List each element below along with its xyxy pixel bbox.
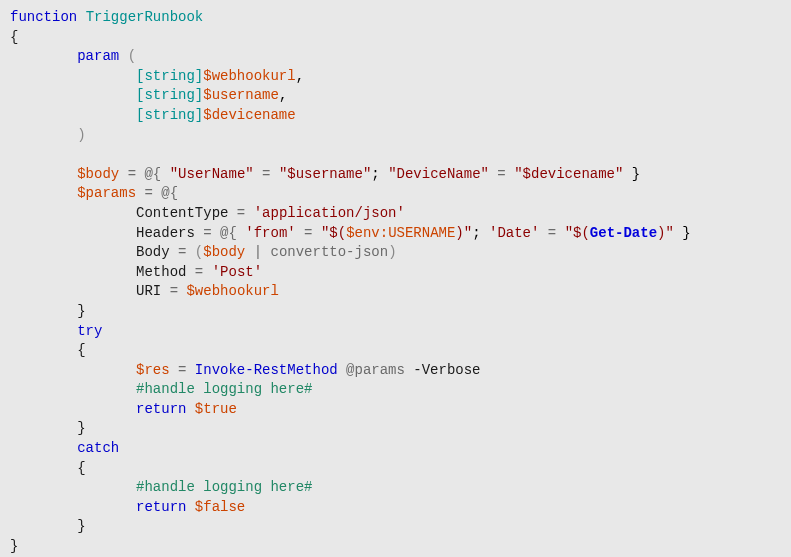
keyword-return: return: [136, 401, 186, 417]
hashtable-open: @{: [144, 166, 161, 182]
keyword-catch: catch: [77, 440, 119, 456]
paren-close: ): [388, 244, 396, 260]
brace-open: {: [77, 460, 85, 476]
brace-open: {: [10, 29, 18, 45]
key-uri: URI: [136, 283, 161, 299]
type-string: [string]: [136, 107, 203, 123]
splat-params: @params: [346, 362, 405, 378]
key-date: 'Date': [489, 225, 539, 241]
key-body: Body: [136, 244, 170, 260]
val-post: 'Post': [212, 264, 262, 280]
comma: ,: [296, 68, 304, 84]
flag-verbose: -Verbose: [405, 362, 481, 378]
val-true: $true: [195, 401, 237, 417]
equals: =: [539, 225, 564, 241]
var-env-username: $env:USERNAME: [346, 225, 455, 241]
equals: =: [254, 166, 279, 182]
val-false: $false: [195, 499, 245, 515]
code-block: function TriggerRunbook { param ( [strin…: [0, 0, 791, 557]
equals: =: [119, 166, 144, 182]
str-close: )": [455, 225, 472, 241]
function-name: TriggerRunbook: [86, 9, 204, 25]
var-webhookurl: $webhookurl: [203, 68, 295, 84]
keyword-return: return: [136, 499, 186, 515]
key-username: "UserName": [170, 166, 254, 182]
hashtable-open: @{: [161, 185, 178, 201]
brace-close: }: [623, 166, 640, 182]
brace-close: }: [674, 225, 691, 241]
key-contenttype: ContentType: [136, 205, 228, 221]
key-from: 'from': [245, 225, 295, 241]
brace-close: }: [77, 518, 85, 534]
key-headers: Headers: [136, 225, 195, 241]
equals: =: [296, 225, 321, 241]
var-devicename: $devicename: [203, 107, 295, 123]
equals: =: [170, 362, 195, 378]
comment-logging: #handle logging here#: [136, 479, 312, 495]
semicolon: ;: [371, 166, 379, 182]
key-devicename: "DeviceName": [388, 166, 489, 182]
str-open: "$(: [321, 225, 346, 241]
cmdlet-invoke-restmethod: Invoke-RestMethod: [195, 362, 338, 378]
equals: =: [186, 264, 211, 280]
cmdlet-get-date: Get-Date: [590, 225, 657, 241]
val-username: "$username": [279, 166, 371, 182]
key-method: Method: [136, 264, 186, 280]
type-string: [string]: [136, 87, 203, 103]
equals: =: [228, 205, 253, 221]
keyword-param: param: [77, 48, 119, 64]
pipe: |: [245, 244, 270, 260]
keyword-function: function: [10, 9, 77, 25]
str-close: )": [657, 225, 674, 241]
brace-open: {: [77, 342, 85, 358]
var-res: $res: [136, 362, 170, 378]
equals: =: [136, 185, 161, 201]
equals: =: [195, 225, 220, 241]
var-webhookurl: $webhookurl: [186, 283, 278, 299]
comma: ,: [279, 87, 287, 103]
val-appjson: 'application/json': [254, 205, 405, 221]
paren-open: (: [195, 244, 203, 260]
var-body: $body: [77, 166, 119, 182]
equals: =: [161, 283, 186, 299]
var-body: $body: [203, 244, 245, 260]
equals: =: [170, 244, 195, 260]
type-string: [string]: [136, 68, 203, 84]
paren-close: ): [77, 127, 85, 143]
brace-close: }: [77, 420, 85, 436]
comment-logging: #handle logging here#: [136, 381, 312, 397]
brace-close: }: [77, 303, 85, 319]
val-devicename: "$devicename": [514, 166, 623, 182]
semicolon: ;: [472, 225, 480, 241]
var-params: $params: [77, 185, 136, 201]
equals: =: [489, 166, 514, 182]
str-open: "$(: [565, 225, 590, 241]
var-username: $username: [203, 87, 279, 103]
hashtable-open: @{: [220, 225, 237, 241]
keyword-try: try: [77, 323, 102, 339]
brace-close: }: [10, 538, 18, 554]
paren-open: (: [128, 48, 136, 64]
cmdlet-convertto-json: convertto-json: [271, 244, 389, 260]
